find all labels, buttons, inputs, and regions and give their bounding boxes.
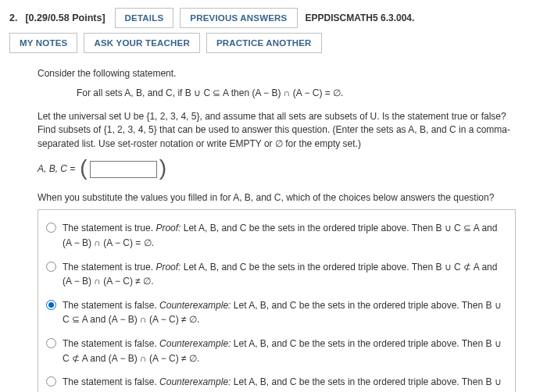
choice-text: The statement is true. Proof: Let A, B, … <box>63 221 502 250</box>
choice-prefix: The statement is false. <box>63 300 159 311</box>
instructions-text: Let the universal set U be {1, 2, 3, 4, … <box>38 110 516 151</box>
choice-text: The statement is true. Proof: Let A, B, … <box>63 260 502 289</box>
my-notes-button[interactable]: MY NOTES <box>9 33 77 53</box>
choice-row[interactable]: The statement is true. Proof: Let A, B, … <box>46 260 502 289</box>
question-number: 2. <box>9 12 17 23</box>
choice-row[interactable]: The statement is true. Proof: Let A, B, … <box>46 221 502 250</box>
choice-row[interactable]: The statement is false. Counterexample: … <box>46 337 502 365</box>
choice-row[interactable]: The statement is false. Counterexample: … <box>46 375 502 392</box>
choice-em: Proof: <box>156 223 181 233</box>
answer-label: A, B, C = <box>38 162 75 176</box>
consider-text: Consider the following statement. <box>38 67 516 80</box>
question-header: 2. [0.29/0.58 Points] DETAILS PREVIOUS A… <box>0 0 547 33</box>
answer-input-line: A, B, C = ( ) <box>38 159 516 180</box>
choice-radio[interactable] <box>46 300 56 310</box>
choice-radio[interactable] <box>46 262 56 272</box>
paren-left: ( <box>80 157 87 179</box>
choice-radio[interactable] <box>46 338 56 348</box>
previous-answers-button[interactable]: PREVIOUS ANSWERS <box>180 8 297 28</box>
choice-prefix: The statement is false. <box>63 376 159 387</box>
substitute-prompt: When you substitute the values you fille… <box>38 191 516 205</box>
ask-teacher-button[interactable]: ASK YOUR TEACHER <box>84 33 199 53</box>
choice-em: Counterexample: <box>159 376 231 387</box>
choice-radio[interactable] <box>46 376 56 387</box>
choice-em: Counterexample: <box>159 338 231 349</box>
choice-prefix: The statement is false. <box>63 338 159 349</box>
choice-radio[interactable] <box>46 223 56 233</box>
choice-text: The statement is false. Counterexample: … <box>63 298 502 327</box>
question-content: Consider the following statement. For al… <box>0 61 547 392</box>
practice-another-button[interactable]: PRACTICE ANOTHER <box>206 33 322 53</box>
choice-prefix: The statement is true. <box>63 262 156 273</box>
paren-right: ) <box>159 157 166 179</box>
choice-prefix: The statement is true. <box>63 223 156 233</box>
statement-text: For all sets A, B, and C, if B ∪ C ⊆ A t… <box>77 87 516 100</box>
sets-input[interactable] <box>90 161 157 178</box>
choices-box: The statement is true. Proof: Let A, B, … <box>38 209 516 392</box>
details-button[interactable]: DETAILS <box>115 8 174 28</box>
choice-em: Counterexample: <box>159 300 231 311</box>
choice-row[interactable]: The statement is false. Counterexample: … <box>46 298 502 327</box>
reference-id: EPPDISCMATH5 6.3.004. <box>306 12 415 23</box>
question-header-secondary: MY NOTES ASK YOUR TEACHER PRACTICE ANOTH… <box>0 33 547 61</box>
question-points: [0.29/0.58 Points] <box>25 12 105 23</box>
choice-text: The statement is false. Counterexample: … <box>63 375 502 392</box>
choice-text: The statement is false. Counterexample: … <box>63 337 502 365</box>
choice-em: Proof: <box>156 262 181 273</box>
